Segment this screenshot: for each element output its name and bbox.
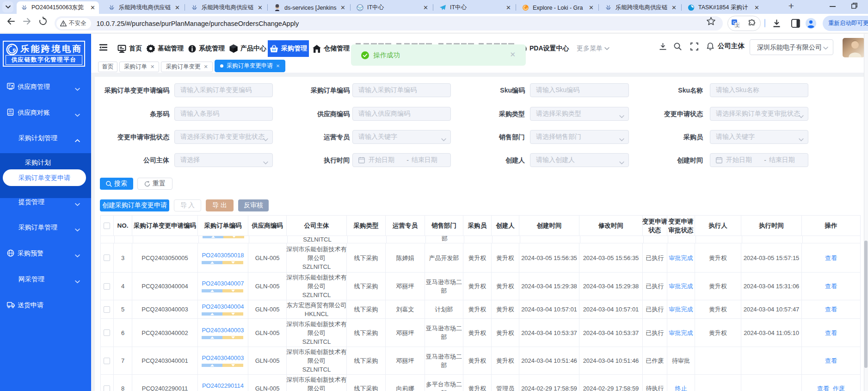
svg-text:E: E [13, 47, 16, 52]
svg-text:文: 文 [735, 23, 739, 28]
